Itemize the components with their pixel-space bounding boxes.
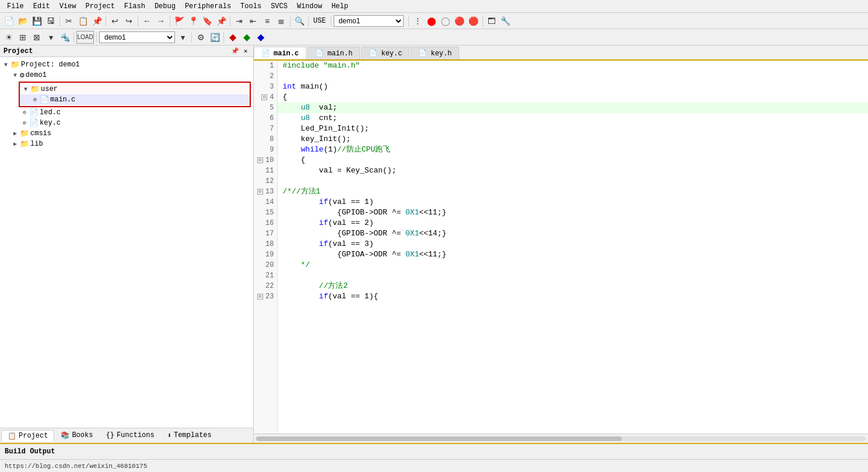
code-line-11: val = Key_Scan(); bbox=[278, 165, 868, 176]
pin-icon[interactable]: 📌 bbox=[231, 47, 239, 55]
tree-item-key-c[interactable]: ⊕ 📄 key.c bbox=[0, 118, 253, 128]
tb2-diamond1[interactable]: ◆ bbox=[226, 31, 239, 44]
expand-main-c[interactable]: ⊕ bbox=[30, 96, 40, 103]
menu-flash[interactable]: Flash bbox=[120, 1, 150, 12]
ln-12: 12 bbox=[257, 176, 274, 186]
bookmark4-btn[interactable]: 📌 bbox=[215, 15, 228, 27]
fold-10[interactable]: ⊟ bbox=[257, 157, 263, 163]
tab-functions[interactable]: {} Functions bbox=[99, 430, 160, 441]
code-area[interactable]: 1 2 3 ⊟4 5 6 7 8 9 ⊟10 11 12 ⊟13 14 15 1… bbox=[254, 61, 868, 434]
undo-btn[interactable]: ↩ bbox=[108, 15, 121, 27]
bookmark2-btn[interactable]: 📍 bbox=[187, 15, 200, 27]
save-btn[interactable]: 💾 bbox=[30, 15, 43, 27]
unindent-btn[interactable]: ⇤ bbox=[247, 15, 260, 27]
menu-debug[interactable]: Debug bbox=[150, 1, 180, 12]
tb2-btn6[interactable]: ⚙ bbox=[194, 31, 207, 44]
find-btn[interactable]: 🔍 bbox=[293, 15, 306, 27]
tree-item-lib[interactable]: ▶ 📁 lib bbox=[0, 139, 253, 149]
layout-btn[interactable]: 🗔 bbox=[485, 15, 498, 27]
tb2-btn7[interactable]: 🔄 bbox=[208, 31, 221, 44]
tb2-diamond2[interactable]: ◆ bbox=[240, 31, 253, 44]
tree-item-root[interactable]: ▼ 📁 Project: demo1 bbox=[0, 59, 253, 70]
tree-item-led-c[interactable]: ⊕ 📄 led.c bbox=[0, 107, 253, 118]
sep4 bbox=[170, 16, 170, 26]
open-btn[interactable]: 📂 bbox=[16, 15, 29, 27]
code-content[interactable]: #include "main.h" int main() { u8 val; u… bbox=[278, 61, 868, 434]
close-panel-icon[interactable]: ✕ bbox=[242, 47, 250, 55]
tb2-btn5[interactable]: 🔩 bbox=[58, 31, 71, 44]
panel-title: Project bbox=[4, 47, 33, 55]
menu-help[interactable]: Help bbox=[327, 1, 353, 12]
tree-item-demo1[interactable]: ▼ ⚙ demo1 bbox=[0, 70, 253, 80]
expand-root[interactable]: ▼ bbox=[1, 62, 10, 68]
menu-file[interactable]: File bbox=[2, 1, 29, 12]
cut-btn[interactable]: ✂ bbox=[62, 15, 75, 27]
tree-item-main-c[interactable]: ⊕ 📄 main.c bbox=[20, 94, 250, 105]
expand-led-c[interactable]: ⊕ bbox=[20, 109, 29, 116]
sep11 bbox=[74, 32, 74, 43]
tb2-btn4[interactable]: ▾ bbox=[44, 31, 57, 44]
editor-tab-key-c[interactable]: 📄 key.c bbox=[361, 47, 410, 59]
tree-item-user[interactable]: ▼ 📁 user bbox=[20, 84, 250, 94]
indent-btn[interactable]: ⇥ bbox=[233, 15, 246, 27]
bookmark3-btn[interactable]: 🔖 bbox=[201, 15, 214, 27]
paste-btn[interactable]: 📌 bbox=[90, 15, 103, 27]
compile-btn[interactable]: ⬤ bbox=[425, 15, 438, 27]
menu-tools[interactable]: Tools bbox=[236, 1, 266, 12]
redo-btn[interactable]: ↪ bbox=[123, 15, 135, 27]
fold-13[interactable]: ⊟ bbox=[257, 189, 263, 195]
ln-8: 8 bbox=[257, 134, 274, 145]
tab-templates[interactable]: ⬇ Templates bbox=[161, 430, 218, 442]
bookmark1-btn[interactable]: 🚩 bbox=[173, 15, 186, 27]
expand-demo1[interactable]: ▼ bbox=[10, 72, 20, 79]
expand-user[interactable]: ▼ bbox=[21, 86, 30, 93]
nav-fwd-btn[interactable]: → bbox=[155, 15, 167, 27]
editor-tab-main-c[interactable]: 📄 main.c bbox=[254, 47, 306, 59]
expand-lib[interactable]: ▶ bbox=[10, 140, 20, 147]
dropdown-arrow[interactable]: ▾ bbox=[176, 31, 189, 44]
fold-23[interactable]: ⊟ bbox=[257, 294, 263, 300]
target-combo2[interactable]: demo1 bbox=[99, 31, 175, 43]
menu-project[interactable]: Project bbox=[80, 1, 119, 12]
tb2-btn1[interactable]: ☀ bbox=[2, 31, 15, 44]
menu-window[interactable]: Window bbox=[292, 1, 327, 12]
target-combo[interactable]: demo1 bbox=[334, 15, 404, 27]
editor-scrollbar[interactable] bbox=[254, 434, 868, 443]
tb2-btn3[interactable]: ⊠ bbox=[30, 31, 43, 44]
tab-key-h-label: key.h bbox=[430, 50, 452, 58]
tab-project[interactable]: 📋 Project bbox=[1, 430, 54, 442]
options-btn[interactable]: ⋮ bbox=[411, 15, 424, 27]
editor-tab-key-h[interactable]: 📄 key.h bbox=[411, 47, 459, 59]
scrollbar-thumb[interactable] bbox=[256, 436, 622, 441]
left-panel: Project 📌 ✕ ▼ 📁 Project: demo1 ▼ ⚙ demo1 bbox=[0, 45, 254, 443]
expand-cmsis[interactable]: ▶ bbox=[10, 130, 20, 137]
tab-books[interactable]: 📚 Books bbox=[54, 430, 99, 442]
new-file-btn[interactable]: 📄 bbox=[2, 15, 15, 27]
tb2-load-btn[interactable]: LOAD bbox=[76, 31, 94, 44]
fold-4[interactable]: ⊟ bbox=[261, 94, 267, 100]
menu-peripherals[interactable]: Peripherals bbox=[180, 1, 236, 12]
tb2-btn2[interactable]: ⊞ bbox=[16, 31, 29, 44]
menu-svcs[interactable]: SVCS bbox=[266, 1, 292, 12]
copy-btn[interactable]: 📋 bbox=[76, 15, 89, 27]
stop-btn[interactable]: 🛑 bbox=[467, 15, 480, 27]
tree-item-cmsis[interactable]: ▶ 📁 cmsis bbox=[0, 128, 253, 139]
settings-btn[interactable]: 🔧 bbox=[499, 15, 512, 27]
editor-tab-main-h[interactable]: 📄 main.h bbox=[307, 47, 360, 59]
expand-key-c[interactable]: ⊕ bbox=[20, 119, 29, 126]
code-line-1: #include "main.h" bbox=[278, 61, 868, 71]
menu-view[interactable]: View bbox=[55, 1, 81, 12]
tab-books-label: Books bbox=[72, 431, 93, 439]
align-btn[interactable]: ≡ bbox=[261, 15, 274, 27]
tab-main-c-label: main.c bbox=[274, 50, 299, 58]
rebuild-btn[interactable]: 🔴 bbox=[453, 15, 466, 27]
save-all-btn[interactable]: 🖫 bbox=[44, 15, 57, 27]
sep3 bbox=[138, 16, 138, 26]
build-btn[interactable]: ◯ bbox=[439, 15, 452, 27]
menu-edit[interactable]: Edit bbox=[29, 1, 55, 12]
format-btn[interactable]: ≣ bbox=[275, 15, 288, 27]
tb2-diamond3[interactable]: ◆ bbox=[254, 31, 267, 44]
nav-back-btn[interactable]: ← bbox=[141, 15, 153, 27]
ln-23: ⊟23 bbox=[257, 291, 274, 302]
scrollbar-track[interactable] bbox=[256, 436, 866, 441]
